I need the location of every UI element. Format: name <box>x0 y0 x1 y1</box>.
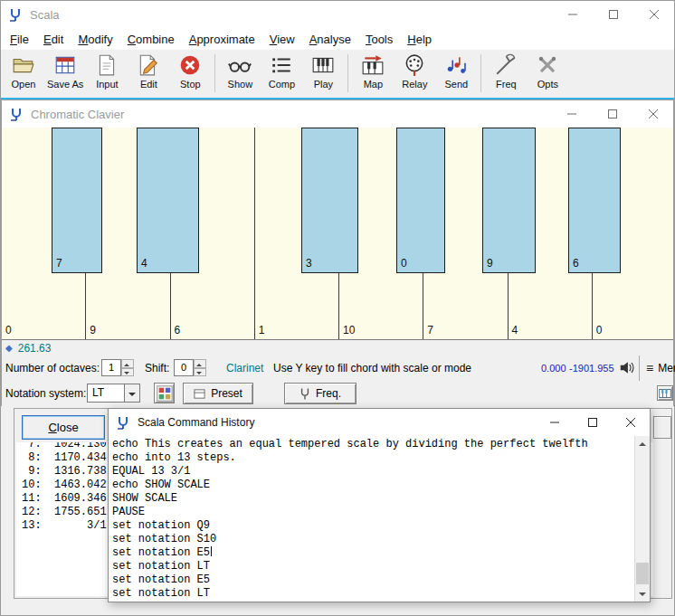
chevron-down-icon <box>128 393 136 400</box>
octaves-input[interactable]: 1 <box>101 359 121 376</box>
black-key[interactable]: 4 <box>137 128 199 273</box>
speaker-icon[interactable] <box>619 361 635 374</box>
spin-down-icon[interactable] <box>194 368 206 377</box>
black-key[interactable]: 3 <box>301 128 358 273</box>
menu-item-tools[interactable]: Tools <box>358 30 400 49</box>
toolbar-freq-button[interactable]: Freq <box>485 52 527 90</box>
close-icon[interactable] <box>612 409 650 436</box>
history-line-text: set notation LT <box>112 560 210 573</box>
toolbar-separator <box>480 54 481 92</box>
mini-keyboard-button[interactable] <box>657 385 673 401</box>
maximize-icon[interactable] <box>574 409 612 436</box>
history-line-text: set notation E5 <box>112 546 210 559</box>
play-keyboard-icon <box>311 53 335 77</box>
history-line: set notation E5 <box>112 546 634 560</box>
scroll-down-icon[interactable] <box>635 586 650 602</box>
toolbar-input-button[interactable]: Input <box>86 52 128 90</box>
clavier-keyboard: 096110740743096 <box>2 128 673 339</box>
main-toolbar: OpenSave AsInputEditStopShowCompPlayMapR… <box>1 50 674 98</box>
toolbar-show-button[interactable]: Show <box>219 52 261 90</box>
notation-select[interactable]: LT <box>87 384 125 403</box>
menu-item-modify[interactable]: Modify <box>71 30 119 49</box>
close-icon[interactable] <box>633 1 674 28</box>
scala-app-icon <box>9 107 24 121</box>
main-titlebar[interactable]: Scala <box>1 1 674 28</box>
menu-item-file[interactable]: File <box>3 30 36 49</box>
toolbar-map-button[interactable]: Map <box>352 52 394 90</box>
toolbar-separator <box>214 54 215 92</box>
black-key[interactable]: 9 <box>482 128 536 273</box>
history-line: echo SHOW SCALE <box>112 479 634 492</box>
show-glasses-icon <box>228 53 252 77</box>
menu-item-help[interactable]: Help <box>400 30 439 49</box>
toolbar-send-button[interactable]: Send <box>435 52 477 90</box>
black-key[interactable]: 6 <box>568 128 621 273</box>
toolbar-open-button[interactable]: Open <box>3 52 44 90</box>
toolbar-relay-button[interactable]: Relay <box>394 52 435 90</box>
menu-item-analyse[interactable]: Analyse <box>302 30 358 49</box>
toolbar-button-label: Opts <box>537 79 558 90</box>
preset-window-icon <box>194 388 205 400</box>
tuning-fork-icon <box>494 53 518 77</box>
toolbar-comp-button[interactable]: Comp <box>261 52 302 90</box>
toolbar-button-label: Freq <box>496 79 517 90</box>
shift-input[interactable]: 0 <box>174 359 194 376</box>
scale-close-button[interactable]: Close <box>22 415 105 440</box>
main-window-controls <box>552 1 674 28</box>
white-key-label: 10 <box>343 324 355 336</box>
scroll-up-icon[interactable] <box>635 436 650 451</box>
notation-dropdown-button[interactable] <box>124 384 140 403</box>
close-button-label: Close <box>48 421 78 434</box>
compare-list-icon <box>270 53 293 77</box>
preset-button[interactable]: Preset <box>183 383 253 404</box>
menu-item-combine[interactable]: Combine <box>120 30 182 49</box>
maximize-icon[interactable] <box>593 1 633 28</box>
spin-up-icon[interactable] <box>121 359 134 368</box>
minimize-icon[interactable] <box>551 100 592 128</box>
menu-item-view[interactable]: View <box>262 30 302 49</box>
black-key[interactable]: 0 <box>396 128 445 273</box>
toolbar-button-label: Stop <box>180 79 201 90</box>
history-line: EQUAL 13 3/1 <box>112 465 634 479</box>
scale-dialog-side-button[interactable] <box>653 416 671 439</box>
notation-grid-button[interactable] <box>154 383 175 403</box>
toolbar-opts-button[interactable]: Opts <box>527 52 568 90</box>
black-key[interactable]: 7 <box>52 128 102 273</box>
toolbar-edit-button[interactable]: Edit <box>128 52 169 90</box>
toolbar-stop-button[interactable]: Stop <box>169 52 211 90</box>
history-line: echo into 13 steps. <box>112 451 634 465</box>
menu-item-approximate[interactable]: Approximate <box>182 30 262 49</box>
history-line: echo This creates an equal tempered scal… <box>112 438 634 451</box>
hamburger-icon: ≡ <box>646 362 653 374</box>
spin-up-icon[interactable] <box>194 359 206 368</box>
freq-button[interactable]: Freq. <box>284 383 357 404</box>
history-line: set notation S10 <box>112 533 634 546</box>
shift-label: Shift: <box>145 362 169 374</box>
history-line-text: EQUAL 13 3/1 <box>112 465 190 478</box>
white-key-label: 0 <box>596 324 603 336</box>
history-titlebar[interactable]: Scala Command History <box>109 409 650 436</box>
color-grid-icon <box>157 385 173 402</box>
history-content[interactable]: echo This creates an equal tempered scal… <box>109 436 634 602</box>
clavier-titlebar[interactable]: Chromatic Clavier <box>2 100 673 128</box>
cents-low-value: 0.000 <box>541 363 566 374</box>
toolbar-button-label: Comp <box>269 79 295 90</box>
black-key-label: 7 <box>56 257 62 270</box>
toolbar-play-button[interactable]: Play <box>302 52 344 90</box>
spin-down-icon[interactable] <box>121 368 134 377</box>
close-icon[interactable] <box>632 100 673 128</box>
clavier-menu-toggle[interactable]: ≡ Menu <box>639 355 673 381</box>
map-keyboard-icon <box>361 53 385 77</box>
instrument-label: Clarinet <box>226 362 263 374</box>
octaves-spinner[interactable] <box>121 359 134 376</box>
minimize-icon[interactable] <box>552 1 593 28</box>
open-folder-icon <box>12 53 35 77</box>
history-scrollbar[interactable] <box>634 436 650 602</box>
maximize-icon[interactable] <box>592 100 632 128</box>
scroll-thumb[interactable] <box>636 563 649 584</box>
shift-spinner[interactable] <box>194 359 206 376</box>
toolbar-save-as-button[interactable]: Save As <box>44 52 86 90</box>
preset-button-label: Preset <box>211 387 242 400</box>
minimize-icon[interactable] <box>536 409 574 436</box>
menu-item-edit[interactable]: Edit <box>36 30 71 49</box>
